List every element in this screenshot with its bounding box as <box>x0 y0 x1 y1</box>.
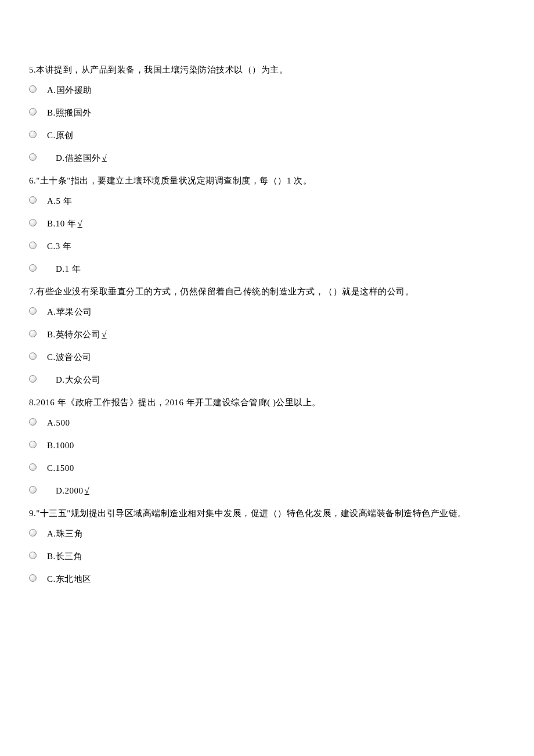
radio-icon[interactable] <box>29 441 37 448</box>
option-row[interactable]: A.苹果公司 <box>29 306 505 318</box>
radio-icon[interactable] <box>29 330 37 337</box>
question-block: 5.本讲提到，从产品到装备，我国土壤污染防治技术以（）为主。A.国外援助B.照搬… <box>29 64 505 164</box>
radio-icon[interactable] <box>29 418 37 426</box>
option-row[interactable]: B.1000 <box>29 440 505 452</box>
check-mark-icon: √ <box>102 152 107 164</box>
option-label: A.国外援助 <box>47 84 92 96</box>
option-row[interactable]: D.2000 √ <box>29 485 505 497</box>
option-row[interactable]: D.借鉴国外 √ <box>29 152 505 164</box>
option-row[interactable]: A.5 年 <box>29 195 505 207</box>
question-text: 7.有些企业没有采取垂直分工的方式，仍然保留着自己传统的制造业方式，（）就是这样… <box>29 286 505 298</box>
option-row[interactable]: C.原创 <box>29 129 505 142</box>
option-row[interactable]: D.1 年 <box>29 263 505 275</box>
option-label: D.借鉴国外 <box>47 152 101 164</box>
radio-icon[interactable] <box>29 85 37 93</box>
option-label: D.大众公司 <box>47 374 101 386</box>
option-row[interactable]: C.3 年 <box>29 240 505 253</box>
question-text: 6."土十条"指出，要建立土壤环境质量状况定期调查制度，每（）1 次。 <box>29 175 505 187</box>
question-text: 9."十三五"规划提出引导区域高端制造业相对集中发展，促进（）特色化发展，建设高… <box>29 507 505 520</box>
option-label: A.珠三角 <box>47 528 83 540</box>
question-block: 7.有些企业没有采取垂直分工的方式，仍然保留着自己传统的制造业方式，（）就是这样… <box>29 286 505 386</box>
radio-icon[interactable] <box>29 375 37 383</box>
radio-icon[interactable] <box>29 486 37 494</box>
option-row[interactable]: A.珠三角 <box>29 528 505 540</box>
check-mark-icon: √ <box>102 329 106 341</box>
radio-icon[interactable] <box>29 242 37 249</box>
option-label: D.1 年 <box>47 263 81 275</box>
option-label: A.苹果公司 <box>47 306 92 318</box>
option-label: A.5 年 <box>47 195 72 207</box>
option-row[interactable]: A.500 <box>29 417 505 429</box>
radio-icon[interactable] <box>29 529 37 537</box>
radio-icon[interactable] <box>29 463 37 471</box>
radio-icon[interactable] <box>29 219 37 226</box>
radio-icon[interactable] <box>29 196 37 204</box>
option-row[interactable]: C.东北地区 <box>29 573 505 585</box>
option-row[interactable]: B.长三角 <box>29 550 505 563</box>
radio-icon[interactable] <box>29 352 37 360</box>
option-row[interactable]: D.大众公司 <box>29 374 505 386</box>
question-block: 9."十三五"规划提出引导区域高端制造业相对集中发展，促进（）特色化发展，建设高… <box>29 507 505 585</box>
question-text: 5.本讲提到，从产品到装备，我国土壤污染防治技术以（）为主。 <box>29 64 505 76</box>
option-label: D.2000 <box>47 485 84 497</box>
radio-icon[interactable] <box>29 574 37 582</box>
radio-icon[interactable] <box>29 131 37 138</box>
check-mark-icon: √ <box>85 485 89 497</box>
question-block: 6."土十条"指出，要建立土壤环境质量状况定期调查制度，每（）1 次。A.5 年… <box>29 175 505 275</box>
option-label: B.10 年 <box>47 218 77 230</box>
radio-icon[interactable] <box>29 153 37 161</box>
question-text: 8.2016 年《政府工作报告》提出，2016 年开工建设综合管廊( )公里以上… <box>29 397 505 409</box>
radio-icon[interactable] <box>29 108 37 116</box>
option-label: C.原创 <box>47 129 74 142</box>
radio-icon[interactable] <box>29 264 37 272</box>
option-label: C.3 年 <box>47 240 72 253</box>
option-label: C.波音公司 <box>47 351 92 363</box>
option-row[interactable]: A.国外援助 <box>29 84 505 96</box>
option-row[interactable]: B.10 年 √ <box>29 218 505 230</box>
question-block: 8.2016 年《政府工作报告》提出，2016 年开工建设综合管廊( )公里以上… <box>29 397 505 497</box>
option-label: B.英特尔公司 <box>47 329 100 341</box>
option-label: B.照搬国外 <box>47 107 92 119</box>
option-row[interactable]: B.照搬国外 <box>29 107 505 119</box>
option-row[interactable]: C.波音公司 <box>29 351 505 363</box>
option-label: C.1500 <box>47 462 74 474</box>
option-row[interactable]: B.英特尔公司 √ <box>29 329 505 341</box>
radio-icon[interactable] <box>29 552 37 559</box>
option-label: B.1000 <box>47 440 74 452</box>
option-label: B.长三角 <box>47 550 82 563</box>
option-row[interactable]: C.1500 <box>29 462 505 474</box>
check-mark-icon: √ <box>78 218 82 230</box>
option-label: A.500 <box>47 417 70 429</box>
radio-icon[interactable] <box>29 307 37 315</box>
option-label: C.东北地区 <box>47 573 92 585</box>
